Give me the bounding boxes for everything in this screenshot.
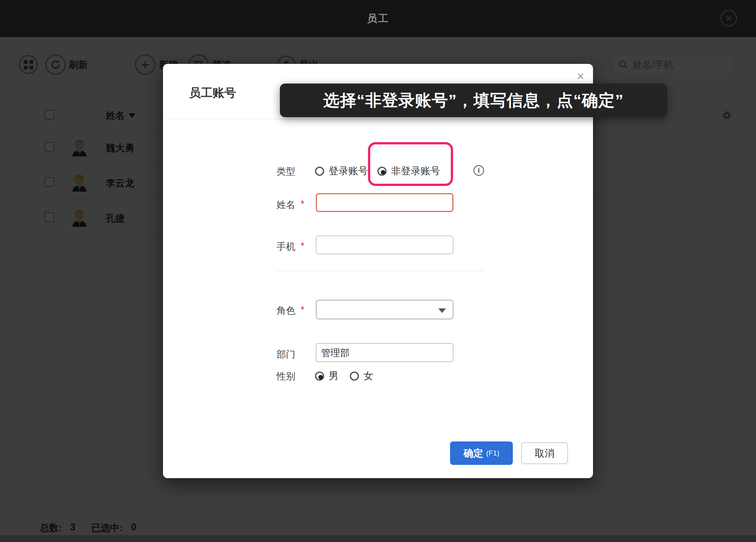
radio-male[interactable]: 男	[315, 369, 338, 382]
section-divider	[275, 271, 483, 271]
dialog-close-button[interactable]: ×	[572, 68, 589, 84]
required-star: *	[301, 304, 304, 315]
shortcut-hint: (F1)	[486, 449, 500, 457]
screen: 刷新 + 新建 筛选 导出	[0, 0, 756, 542]
info-icon[interactable]: i	[473, 165, 484, 176]
role-label: 角色	[246, 304, 295, 317]
dialog-title: 员工账号	[189, 85, 236, 101]
topbar: 员工 ×	[0, 0, 756, 37]
close-icon: ×	[577, 69, 584, 84]
department-input[interactable]	[316, 343, 453, 362]
role-select[interactable]	[316, 300, 453, 319]
highlight-callout-box	[368, 142, 453, 186]
radio-selected-icon	[315, 372, 324, 381]
name-input[interactable]	[316, 193, 453, 212]
department-label: 部门	[246, 348, 295, 361]
instruction-tooltip: 选择“非登录账号”，填写信息，点“确定”	[280, 84, 667, 117]
chevron-down-icon	[438, 308, 446, 313]
cancel-button[interactable]: 取消	[521, 442, 568, 464]
required-star: *	[301, 198, 304, 209]
employee-account-dialog: × 员工账号 类型 登录账号 非登录账号 i 姓名 * 手机 * 角色 *	[163, 64, 593, 478]
page-title: 员工	[0, 0, 756, 37]
header-divider	[163, 119, 593, 119]
required-star: *	[301, 240, 304, 251]
phone-input[interactable]	[316, 235, 453, 254]
radio-icon	[315, 167, 324, 176]
radio-female[interactable]: 女	[350, 369, 373, 382]
name-label: 姓名	[246, 198, 295, 211]
radio-login-account[interactable]: 登录账号	[315, 164, 368, 178]
close-icon: ×	[726, 12, 731, 24]
type-label: 类型	[246, 165, 295, 178]
confirm-button[interactable]: 确定 (F1)	[450, 441, 513, 465]
radio-icon	[350, 372, 359, 381]
phone-label: 手机	[246, 240, 295, 253]
window-close-button[interactable]: ×	[720, 10, 737, 26]
gender-label: 性别	[246, 370, 295, 382]
